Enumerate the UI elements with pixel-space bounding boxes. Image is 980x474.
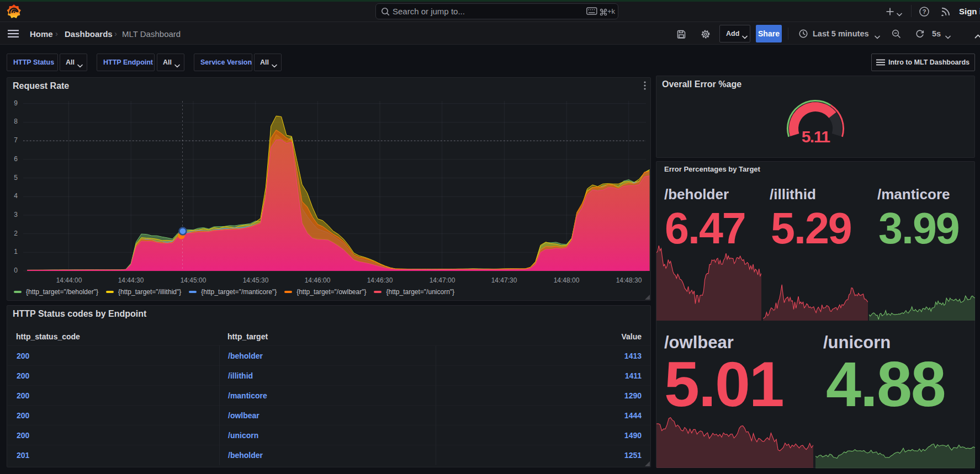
svg-text:?: ?: [923, 8, 926, 15]
